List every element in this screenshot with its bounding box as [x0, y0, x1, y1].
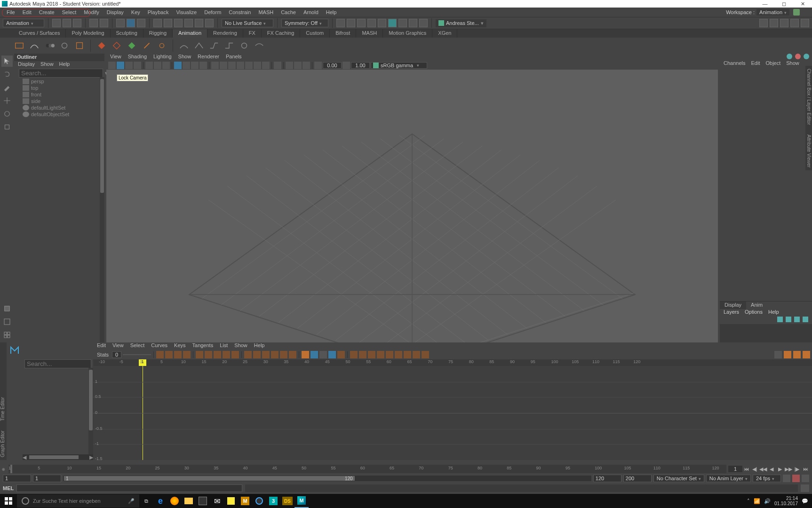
- use-default-material-icon[interactable]: [228, 62, 236, 69]
- menu-visualize[interactable]: Visualize: [172, 8, 200, 16]
- menu-edit[interactable]: Edit: [19, 8, 35, 16]
- ge-menu-curves[interactable]: Curves: [151, 342, 167, 350]
- snap-grid-icon[interactable]: [153, 19, 162, 27]
- ipr-render-icon[interactable]: [347, 19, 355, 27]
- vp-menu-shading[interactable]: Shading: [128, 54, 147, 61]
- shelf-tab-bifrost[interactable]: Bifrost: [330, 29, 356, 38]
- menu-display[interactable]: Display: [103, 8, 127, 16]
- app-circle-icon[interactable]: [252, 494, 266, 508]
- outliner-item-defaultlightset[interactable]: defaultLightSet: [16, 104, 103, 111]
- ds-icon[interactable]: DS: [280, 494, 295, 508]
- ge-tan-flat-icon[interactable]: [280, 351, 287, 358]
- layer-menu-help[interactable]: Help: [768, 309, 779, 317]
- mail-icon[interactable]: ✉: [210, 494, 224, 508]
- range-end-inner[interactable]: 120: [593, 475, 621, 482]
- range-start-inner[interactable]: 1: [33, 475, 61, 482]
- mic-icon[interactable]: 🎤: [128, 498, 135, 504]
- ge-opt1-icon[interactable]: [774, 351, 782, 358]
- script-editor-icon[interactable]: [801, 484, 809, 492]
- step-forward-frame-button[interactable]: |▶: [793, 465, 801, 473]
- channelbox-icon-3[interactable]: [804, 54, 809, 59]
- layer-tab-anim[interactable]: Anim: [746, 302, 767, 309]
- shelf-tangent-flat-icon[interactable]: [238, 40, 250, 52]
- shelf-tangent-clamped-icon[interactable]: [208, 40, 220, 52]
- light-editor-icon[interactable]: [388, 19, 397, 27]
- save-scene-icon[interactable]: [73, 19, 81, 27]
- shelf-playblast-icon[interactable]: [13, 40, 25, 52]
- side-tab-attreditor[interactable]: Attribute Viewer: [806, 135, 812, 167]
- graph-outliner-vscroll[interactable]: [88, 368, 93, 454]
- symmetry-dropdown[interactable]: Symmetry: Off: [281, 19, 328, 27]
- graph-plot-area[interactable]: 1 0.5 0 -0.5 -1 -1.5: [93, 366, 812, 460]
- layout-single-icon[interactable]: [1, 316, 13, 327]
- edge-icon[interactable]: e: [153, 494, 167, 508]
- stickynotes-icon[interactable]: [224, 494, 238, 508]
- user-account[interactable]: Andreas Ste... ▾: [436, 19, 486, 27]
- resolution-gate-icon[interactable]: [191, 62, 199, 69]
- camera-attr-icon[interactable]: [125, 62, 133, 69]
- graph-search-input[interactable]: [24, 359, 91, 368]
- ge-tan-step-icon[interactable]: [289, 351, 296, 358]
- use-all-lights-icon[interactable]: [254, 62, 261, 69]
- go-to-start-button[interactable]: ⏮: [742, 465, 750, 473]
- outliner-item-side[interactable]: side: [16, 98, 103, 104]
- menu-cache[interactable]: Cache: [277, 8, 300, 16]
- app-m-icon[interactable]: M: [238, 494, 252, 508]
- ge-stats-field2[interactable]: [123, 354, 151, 355]
- shelf-tab-custom[interactable]: Custom: [300, 29, 330, 38]
- menu-mash[interactable]: MASH: [255, 8, 277, 16]
- ge-menu-show[interactable]: Show: [234, 342, 247, 350]
- layer-moveup-icon[interactable]: [794, 317, 800, 322]
- modeling-toolkit-icon[interactable]: [759, 19, 768, 27]
- ge-menu-tangents[interactable]: Tangents: [192, 342, 214, 350]
- range-end-outer[interactable]: 200: [623, 475, 652, 482]
- ge-oscillate-icon[interactable]: [386, 351, 393, 358]
- attribute-editor-icon[interactable]: [780, 19, 788, 27]
- shelf-tab-mash[interactable]: MASH: [356, 29, 383, 38]
- cb-tab-show[interactable]: Show: [786, 60, 799, 69]
- ge-postinf-icon[interactable]: [359, 351, 366, 358]
- maximize-button[interactable]: ◻: [774, 0, 793, 8]
- shelf-ik-handle-icon[interactable]: [141, 40, 153, 52]
- toggle-render-icon[interactable]: [398, 19, 407, 27]
- ge-tan-spline-icon[interactable]: [253, 351, 261, 358]
- menu-deform[interactable]: Deform: [200, 8, 225, 16]
- 3dsmax-icon[interactable]: 3: [266, 494, 280, 508]
- vp-menu-view[interactable]: View: [110, 54, 121, 61]
- snap-live-icon[interactable]: [195, 19, 203, 27]
- play-backwards-button[interactable]: ◀: [768, 465, 775, 473]
- command-input[interactable]: [16, 484, 242, 492]
- shelf-bake-icon[interactable]: [73, 40, 86, 52]
- open-scene-icon[interactable]: [63, 19, 71, 27]
- snap-point-icon[interactable]: [174, 19, 183, 27]
- select-component-icon[interactable]: [137, 19, 145, 27]
- ge-menu-view[interactable]: View: [112, 342, 124, 350]
- layer-tab-display[interactable]: Display: [720, 302, 746, 309]
- xray-active-icon[interactable]: [303, 62, 310, 69]
- ge-misc1-icon[interactable]: [413, 351, 420, 358]
- hypershade-icon[interactable]: [367, 19, 376, 27]
- shelf-tangent-stepped-icon[interactable]: [223, 40, 235, 52]
- graph-time-ruler[interactable]: 1 -10-5151015202530354045505560657075808…: [93, 359, 812, 366]
- ge-cycleoffset-icon[interactable]: [377, 351, 384, 358]
- ge-tan-auto-icon[interactable]: [244, 351, 252, 358]
- minimize-button[interactable]: —: [756, 0, 774, 8]
- xray-icon[interactable]: [286, 62, 293, 69]
- channelbox-icon-1[interactable]: [787, 54, 792, 59]
- shelf-set-keyanim-icon[interactable]: [111, 40, 123, 52]
- range-slider-thumb[interactable]: 1 120: [64, 476, 355, 481]
- human-ik-icon[interactable]: [770, 19, 778, 27]
- ge-menu-help[interactable]: Help: [254, 342, 265, 350]
- start-button[interactable]: [0, 494, 17, 508]
- render-view-icon[interactable]: [378, 19, 386, 27]
- ge-menu-edit[interactable]: Edit: [97, 342, 106, 350]
- outliner-list[interactable]: persp top front side defaultLightSet def…: [14, 77, 104, 361]
- ge-preinf-icon[interactable]: [350, 351, 358, 358]
- paint-select-tool[interactable]: [1, 82, 13, 93]
- ge-tan-linear-icon[interactable]: [271, 351, 279, 358]
- ge-linear-inf-icon[interactable]: [395, 351, 402, 358]
- layer-menu-layers[interactable]: Layers: [724, 309, 739, 317]
- shelf-motion-path-icon[interactable]: [28, 40, 40, 52]
- cb-tab-object[interactable]: Object: [765, 60, 780, 69]
- outliner-search-input[interactable]: [19, 69, 103, 78]
